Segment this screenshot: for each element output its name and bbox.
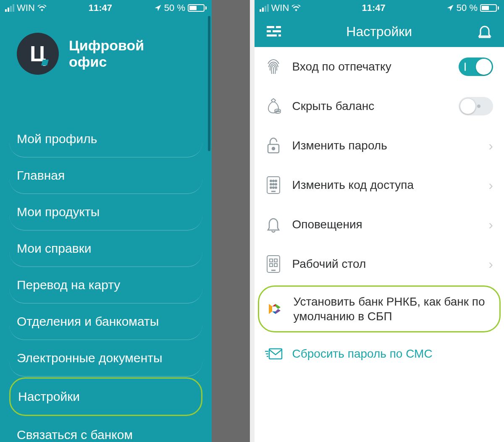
svg-point-19 — [273, 187, 274, 188]
row-label: Изменить код доступа — [292, 178, 480, 192]
phone-drawer-screen: WIN 11:47 50 % Ц Цифровой — [0, 0, 250, 442]
bell-outline-icon — [264, 215, 283, 234]
fingerprint-toggle[interactable] — [459, 58, 493, 76]
svg-rect-25 — [270, 264, 273, 267]
status-bar: WIN 11:47 50 % — [255, 0, 504, 16]
grid-phone-icon — [264, 254, 283, 274]
app-logo-icon: Ц — [17, 33, 59, 75]
app-name-line1: Цифровой — [69, 37, 144, 54]
battery-percent-label: 50 % — [164, 3, 185, 13]
svg-point-16 — [273, 183, 274, 185]
svg-rect-23 — [270, 259, 273, 262]
svg-rect-33 — [269, 349, 282, 359]
row-label: Вход по отпечатку — [292, 60, 450, 73]
svg-rect-3 — [273, 30, 281, 32]
svg-point-13 — [273, 180, 274, 182]
chevron-right-icon: › — [488, 138, 493, 154]
chevron-right-icon: › — [488, 256, 493, 272]
sbp-logo-icon — [265, 299, 284, 319]
svg-marker-28 — [269, 304, 272, 314]
row-label: Скрыть баланс — [292, 99, 450, 113]
drawer-item-transfer[interactable]: Перевод на карту — [9, 267, 202, 303]
svg-rect-5 — [278, 34, 281, 37]
row-label: Рабочий стол — [292, 257, 480, 271]
svg-point-14 — [275, 180, 277, 182]
carrier-label: WIN — [17, 3, 35, 13]
drawer-item-statements[interactable]: Мои справки — [9, 230, 202, 267]
menu-button[interactable] — [265, 23, 282, 40]
app-name: Цифровой офис — [69, 37, 144, 70]
wifi-icon — [291, 5, 301, 11]
svg-point-15 — [270, 183, 272, 185]
battery-percent-label: 50 % — [457, 3, 478, 13]
svg-rect-1 — [276, 26, 281, 28]
clock-label: 11:47 — [362, 3, 385, 13]
svg-rect-24 — [274, 259, 277, 262]
send-mail-icon — [264, 344, 283, 364]
clock-label: 11:47 — [89, 3, 112, 13]
row-notifications[interactable]: Оповещения › — [255, 205, 504, 244]
side-drawer: WIN 11:47 50 % Ц Цифровой — [0, 0, 212, 442]
svg-marker-30 — [272, 311, 276, 314]
signal-icon — [5, 4, 14, 12]
svg-point-10 — [272, 147, 275, 150]
drawer-item-profile[interactable]: Мой профиль — [9, 121, 202, 157]
row-label: Изменить пароль — [292, 139, 480, 152]
drawer-item-settings[interactable]: Настройки — [9, 377, 202, 416]
svg-rect-4 — [267, 34, 277, 37]
row-reset-password-sms[interactable]: Сбросить пароль по СМС — [255, 334, 504, 374]
drawer-item-edocs[interactable]: Электронные документы — [9, 340, 202, 377]
app-name-line2: офис — [69, 54, 144, 70]
scrollbar[interactable] — [208, 16, 210, 151]
row-sbp-default[interactable]: Установить банк РНКБ, как банк по умолча… — [258, 285, 501, 332]
app-bar: Настройки — [255, 16, 504, 47]
notifications-button[interactable] — [476, 23, 493, 40]
wifi-icon — [37, 5, 47, 11]
row-change-password[interactable]: Изменить пароль › — [255, 126, 504, 165]
svg-rect-0 — [267, 26, 274, 28]
chevron-right-icon: › — [488, 217, 493, 233]
money-bag-icon — [264, 97, 283, 116]
row-fingerprint[interactable]: Вход по отпечатку — [255, 47, 504, 86]
bell-icon — [478, 24, 491, 39]
row-label: Установить банк РНКБ, как банк по умолча… — [294, 294, 492, 324]
row-change-code[interactable]: Изменить код доступа › — [255, 165, 504, 205]
svg-rect-2 — [267, 30, 271, 32]
settings-list: Вход по отпечатку Скрыть баланс — [255, 47, 504, 374]
signal-icon — [260, 4, 269, 12]
drawer-item-home[interactable]: Главная — [9, 157, 202, 194]
location-icon — [154, 4, 162, 12]
drawer-item-contact[interactable]: Связаться с банком — [9, 417, 202, 442]
fingerprint-icon — [264, 57, 283, 76]
phone-settings-screen: WIN 11:47 50 % Настройки — [255, 0, 504, 442]
location-icon — [446, 4, 454, 12]
battery-icon — [480, 4, 499, 12]
row-desktop[interactable]: Рабочий стол › — [255, 244, 504, 284]
svg-point-12 — [270, 180, 272, 182]
svg-marker-32 — [276, 309, 281, 314]
carrier-label: WIN — [271, 3, 289, 13]
battery-icon — [188, 4, 207, 12]
page-title: Настройки — [346, 24, 412, 39]
svg-rect-26 — [274, 264, 277, 267]
svg-point-18 — [270, 187, 272, 188]
row-label: Сбросить пароль по СМС — [292, 347, 494, 361]
svg-point-20 — [275, 187, 277, 188]
drawer-item-branches[interactable]: Отделения и банкоматы — [9, 303, 202, 340]
drawer-header: Ц Цифровой офис — [0, 16, 212, 121]
row-label: Оповещения — [292, 218, 480, 231]
drawer-item-products[interactable]: Мои продукты — [9, 194, 202, 230]
hide-balance-toggle[interactable] — [459, 97, 493, 115]
svg-marker-29 — [272, 304, 276, 306]
drawer-menu: Мой профиль Главная Мои продукты Мои спр… — [0, 121, 212, 442]
menu-icon — [267, 26, 281, 37]
chevron-right-icon: › — [488, 178, 493, 193]
status-bar: WIN 11:47 50 % — [0, 0, 212, 16]
svg-marker-31 — [276, 304, 281, 309]
row-hide-balance[interactable]: Скрыть баланс — [255, 86, 504, 126]
keypad-phone-icon — [264, 175, 283, 195]
lock-open-icon — [264, 136, 283, 155]
svg-point-17 — [275, 183, 277, 185]
